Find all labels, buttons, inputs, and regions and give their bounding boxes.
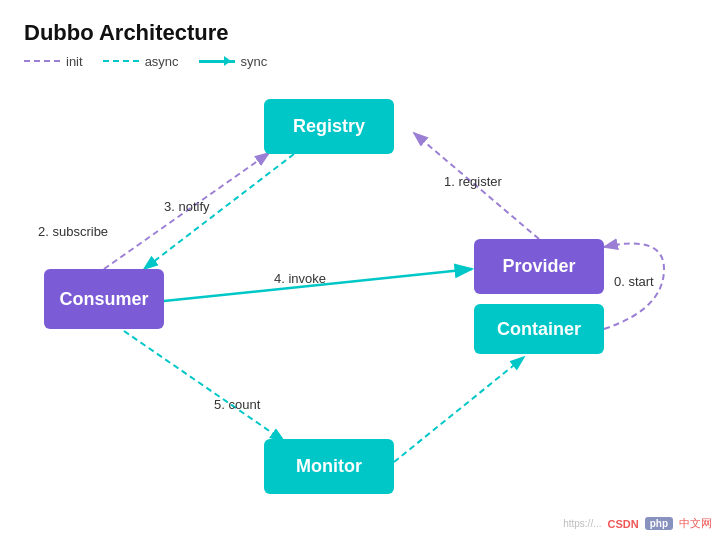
label-start: 0. start — [614, 274, 654, 289]
page: Dubbo Architecture init async sync — [0, 0, 724, 539]
label-notify: 3. notify — [164, 199, 210, 214]
watermark-url: https://... — [563, 518, 601, 529]
legend-sync: sync — [199, 54, 268, 69]
async-label: async — [145, 54, 179, 69]
page-title: Dubbo Architecture — [24, 20, 700, 46]
container-box: Container — [474, 304, 604, 354]
diagram: 0. start 1. register 2. subscribe 3. not… — [24, 79, 704, 509]
label-count: 5. count — [214, 397, 260, 412]
watermark: https://... CSDN php 中文网 — [563, 516, 712, 531]
legend-async: async — [103, 54, 179, 69]
consumer-box: Consumer — [44, 269, 164, 329]
sync-label: sync — [241, 54, 268, 69]
watermark-php: php — [645, 517, 673, 530]
async-line-icon — [103, 60, 139, 63]
watermark-cn: 中文网 — [679, 516, 712, 531]
legend: init async sync — [24, 54, 700, 69]
sync-line-icon — [199, 60, 235, 63]
init-line-icon — [24, 60, 60, 63]
legend-init: init — [24, 54, 83, 69]
label-subscribe: 2. subscribe — [38, 224, 108, 239]
monitor-box: Monitor — [264, 439, 394, 494]
label-invoke: 4. invoke — [274, 271, 326, 286]
provider-box: Provider — [474, 239, 604, 294]
label-register: 1. register — [444, 174, 502, 189]
init-label: init — [66, 54, 83, 69]
registry-box: Registry — [264, 99, 394, 154]
watermark-csdn: CSDN — [608, 518, 639, 530]
